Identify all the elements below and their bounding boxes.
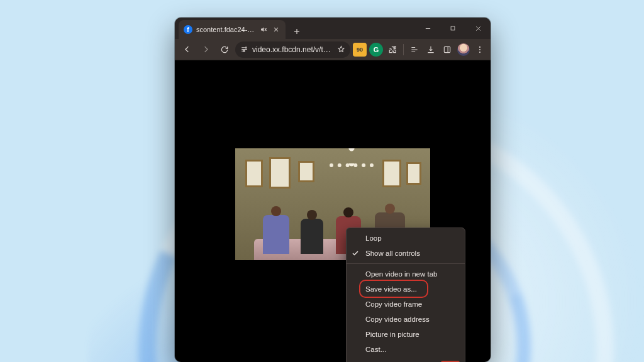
menu-item-cast[interactable]: Cast... [347,342,465,357]
side-panel-icon[interactable] [440,43,454,57]
tab-title: scontent.fdac24-4.fna.fbcdn [196,26,255,33]
downloads-icon[interactable] [424,43,438,57]
chrome-window: f scontent.fdac24-4.fna.fbcdn [175,18,491,362]
address-bar-url: video.xx.fbcdn.net/v/t42.1790-2... [252,45,333,54]
bookmark-star-icon[interactable] [337,45,345,53]
tab-audio-muted-icon[interactable] [259,25,268,34]
svg-point-4 [479,46,480,47]
grammarly-extension-icon[interactable]: G [369,43,383,57]
page-content-area: Loop Show all controls Open video in new… [175,60,491,362]
menu-item-label: Picture in picture [365,331,419,338]
browser-toolbar: video.xx.fbcdn.net/v/t42.1790-2... 90 G [175,39,491,60]
reading-list-icon[interactable] [408,43,421,57]
tab-close-icon[interactable] [272,25,280,34]
browser-tab[interactable]: f scontent.fdac24-4.fna.fbcdn [179,20,286,39]
menu-item-picture-in-picture[interactable]: Picture in picture [347,327,465,342]
video-still-frame [382,160,401,187]
address-bar[interactable]: video.xx.fbcdn.net/v/t42.1790-2... [235,41,350,58]
menu-item-copy-video-frame[interactable]: Copy video frame [347,297,465,312]
nav-forward-button[interactable] [197,41,214,58]
menu-item-copy-video-address[interactable]: Copy video address [347,312,465,327]
menu-separator [347,263,465,264]
svg-rect-0 [451,26,455,30]
svg-rect-3 [444,47,450,52]
video-still-person [263,215,289,254]
menu-item-open-reading-mode[interactable]: Open in reading mode NEW [347,357,465,362]
menu-item-label: Show all controls [365,250,420,257]
window-close-button[interactable] [465,18,491,39]
video-still-frame [406,162,421,185]
video-still-chandelier [330,148,374,167]
window-controls [415,18,491,39]
menu-item-label: Open video in new tab [365,270,437,278]
tab-strip: f scontent.fdac24-4.fna.fbcdn [175,18,491,39]
video-still-frame [298,161,314,182]
new-tab-button[interactable] [289,24,304,39]
video-still-frame [269,157,291,189]
checkmark-icon [352,250,360,257]
menu-item-label: Cast... [365,346,386,353]
menu-item-label: Save video as... [365,285,417,293]
extensions-puzzle-icon[interactable] [386,43,399,57]
profile-avatar[interactable] [457,43,470,57]
site-settings-icon[interactable] [240,45,248,53]
video-still-frame [245,160,263,187]
desktop-background: f scontent.fdac24-4.fna.fbcdn [0,0,644,362]
chrome-menu-kebab-icon[interactable] [473,43,487,57]
toolbar-separator [403,44,404,55]
extension-badge-icon[interactable]: 90 [353,43,367,57]
menu-item-loop[interactable]: Loop [347,231,465,246]
menu-item-save-video-as[interactable]: Save video as... [347,282,465,297]
menu-item-show-all-controls[interactable]: Show all controls [347,246,465,261]
video-still-person [301,219,323,254]
menu-item-label: Copy video address [365,315,430,323]
svg-point-6 [479,52,480,53]
menu-item-label: Copy video frame [365,300,422,308]
menu-item-label: Loop [365,234,382,242]
video-context-menu: Loop Show all controls Open video in new… [346,228,465,362]
nav-reload-button[interactable] [216,41,233,58]
svg-point-1 [245,47,247,48]
facebook-favicon-icon: f [184,25,192,34]
window-minimize-button[interactable] [415,18,440,39]
nav-back-button[interactable] [179,41,195,58]
window-maximize-button[interactable] [440,18,465,39]
menu-item-open-video-new-tab[interactable]: Open video in new tab [347,266,465,282]
svg-point-5 [479,48,480,50]
